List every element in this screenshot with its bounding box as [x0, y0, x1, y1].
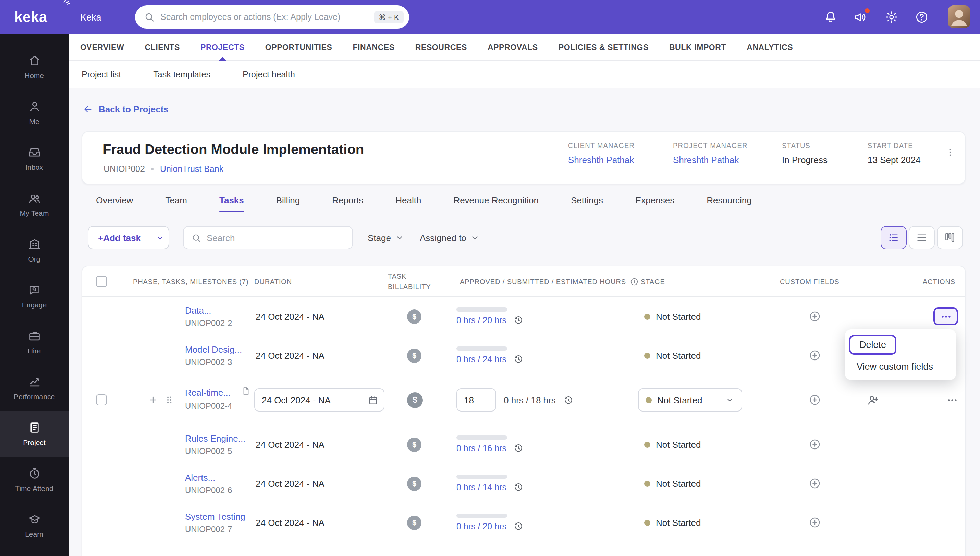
task-duration: 24 Oct 2024 - NA: [254, 503, 388, 541]
history-icon[interactable]: [513, 315, 523, 325]
tab-tasks[interactable]: Tasks: [219, 187, 244, 212]
nav-approvals[interactable]: APPROVALS: [488, 34, 538, 61]
menu-item-view-custom-fields[interactable]: View custom fields: [845, 356, 956, 374]
board-view-toggle[interactable]: [937, 226, 963, 249]
add-task-dropdown-caret[interactable]: [151, 227, 168, 249]
project-kebab-menu-icon[interactable]: [945, 147, 955, 157]
subnav-project-list[interactable]: Project list: [81, 70, 121, 79]
global-search[interactable]: ⌘ + K: [135, 5, 409, 29]
tab-overview[interactable]: Overview: [96, 187, 133, 212]
nav-finances[interactable]: FINANCES: [353, 34, 394, 61]
tab-resourcing[interactable]: Resourcing: [706, 187, 752, 212]
stage-select[interactable]: Not Started: [638, 388, 742, 412]
stage-dot: [644, 352, 650, 359]
list-view-toggle[interactable]: [881, 226, 907, 249]
tab-expenses[interactable]: Expenses: [635, 187, 674, 212]
project-manager-value[interactable]: Shreshth Pathak: [673, 155, 782, 165]
row-actions-button[interactable]: [946, 394, 958, 406]
stage-filter[interactable]: Stage: [368, 233, 405, 243]
help-icon[interactable]: [915, 10, 928, 24]
nav-resources[interactable]: RESOURCES: [415, 34, 467, 61]
sidebar-item-org[interactable]: Org: [0, 227, 68, 273]
row-actions-button-highlighted[interactable]: [933, 307, 958, 325]
user-avatar[interactable]: [948, 5, 970, 28]
task-name-link[interactable]: Real-time...: [185, 388, 236, 398]
nav-bulk-import[interactable]: BULK IMPORT: [669, 34, 726, 61]
my-team-icon: [28, 192, 41, 205]
calendar-icon[interactable]: [368, 395, 378, 406]
nav-analytics[interactable]: ANALYTICS: [747, 34, 793, 61]
task-name-link[interactable]: Model Desig...: [185, 344, 242, 354]
sidebar-item-home[interactable]: Home: [0, 44, 68, 90]
task-name-link[interactable]: Rules Engine...: [185, 433, 245, 443]
back-to-projects-link[interactable]: Back to Projects: [83, 104, 168, 114]
add-subtask-icon[interactable]: [148, 395, 158, 405]
hours-link[interactable]: 0 hrs / 20 hrs: [457, 315, 507, 325]
sidebar-item-me[interactable]: Me: [0, 90, 68, 136]
add-task-button[interactable]: +Add task: [88, 227, 151, 249]
tab-revenue-recognition[interactable]: Revenue Recognition: [454, 187, 539, 212]
add-custom-field-icon[interactable]: [808, 349, 821, 362]
nav-projects[interactable]: PROJECTS: [201, 34, 245, 61]
history-icon[interactable]: [513, 521, 523, 531]
task-search-input[interactable]: [207, 233, 344, 243]
tab-team[interactable]: Team: [165, 187, 187, 212]
client-link[interactable]: UnionTrust Bank: [160, 164, 224, 174]
task-search[interactable]: [183, 226, 353, 249]
history-icon[interactable]: [513, 443, 523, 453]
sidebar-item-my-team[interactable]: My Team: [0, 181, 68, 227]
menu-item-delete[interactable]: Delete: [849, 335, 896, 355]
tab-reports[interactable]: Reports: [332, 187, 363, 212]
nav-opportunities[interactable]: OPPORTUNITIES: [265, 34, 332, 61]
assign-people-icon[interactable]: [866, 393, 880, 407]
select-all-checkbox[interactable]: [96, 276, 107, 287]
nav-overview[interactable]: OVERVIEW: [80, 34, 124, 61]
global-search-input[interactable]: [160, 12, 368, 22]
tab-health[interactable]: Health: [395, 187, 421, 212]
add-custom-field-icon[interactable]: [808, 438, 821, 451]
sidebar-item-engage[interactable]: Engage: [0, 273, 68, 319]
drag-handle-icon[interactable]: [164, 394, 175, 406]
keka-logo[interactable]: keka: [0, 0, 68, 34]
task-name-link[interactable]: Data...: [185, 305, 232, 315]
nav-clients[interactable]: CLIENTS: [144, 34, 180, 61]
hours-progress-bar: [457, 435, 507, 440]
task-name-link[interactable]: System Testing: [185, 511, 245, 521]
hours-link[interactable]: 0 hrs / 16 hrs: [457, 443, 507, 453]
sidebar-item-learn[interactable]: Learn: [0, 503, 68, 548]
client-manager-value[interactable]: Shreshth Pathak: [568, 155, 673, 165]
hours-link[interactable]: 0 hrs / 20 hrs: [457, 521, 507, 531]
task-document-icon[interactable]: [241, 386, 251, 396]
settings-gear-icon[interactable]: [885, 10, 899, 24]
notifications-bell-icon[interactable]: [824, 10, 837, 24]
history-icon[interactable]: [513, 354, 523, 364]
add-custom-field-icon[interactable]: [808, 394, 821, 406]
sidebar-item-time-attend[interactable]: Time Attend: [0, 457, 68, 503]
subnav-project-health[interactable]: Project health: [243, 70, 295, 79]
task-code: UNIOP002-2: [185, 318, 232, 328]
tab-settings[interactable]: Settings: [571, 187, 603, 212]
add-custom-field-icon[interactable]: [808, 477, 821, 490]
estimated-hours-input[interactable]: [457, 388, 496, 412]
info-icon[interactable]: [630, 277, 638, 286]
hours-link[interactable]: 0 hrs / 24 hrs: [457, 354, 507, 364]
task-name-link[interactable]: Alerts...: [185, 472, 232, 482]
row-checkbox[interactable]: [96, 394, 107, 406]
hours-link[interactable]: 0 hrs / 14 hrs: [457, 482, 507, 492]
subnav-task-templates[interactable]: Task templates: [153, 70, 211, 79]
history-icon[interactable]: [563, 395, 573, 405]
sidebar-item-performance[interactable]: Performance: [0, 365, 68, 411]
sidebar-item-project[interactable]: Project: [0, 411, 68, 457]
announcements-icon[interactable]: [853, 10, 867, 24]
assigned-to-filter[interactable]: Assigned to: [420, 233, 480, 243]
sidebar-item-inbox[interactable]: Inbox: [0, 136, 68, 181]
add-custom-field-icon[interactable]: [808, 516, 821, 529]
sidebar-item-hire[interactable]: Hire: [0, 319, 68, 365]
engage-icon: [28, 283, 41, 296]
history-icon[interactable]: [513, 482, 523, 492]
compact-view-toggle[interactable]: [909, 226, 935, 249]
add-custom-field-icon[interactable]: [808, 310, 821, 323]
duration-date-input[interactable]: [254, 388, 384, 412]
nav-policies-settings[interactable]: POLICIES & SETTINGS: [559, 34, 649, 61]
tab-billing[interactable]: Billing: [276, 187, 300, 212]
